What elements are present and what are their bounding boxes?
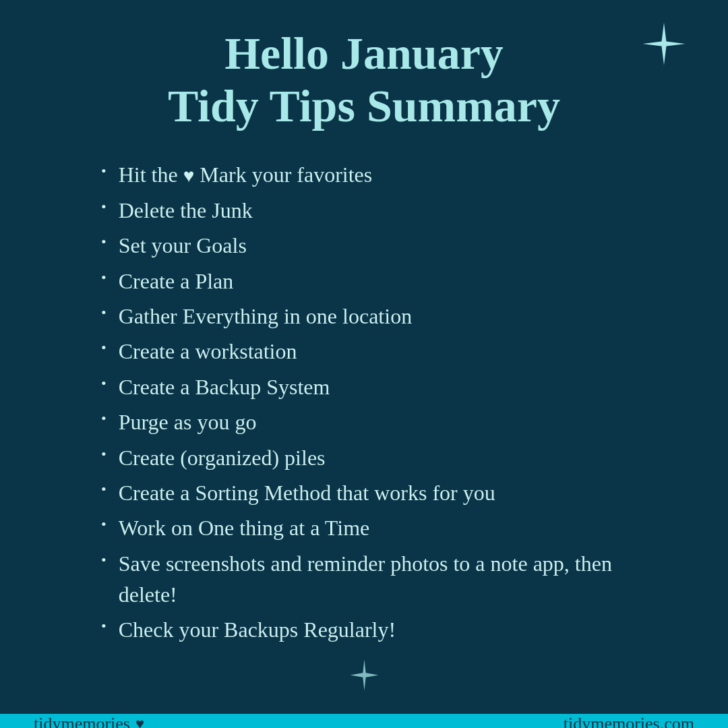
bullet-icon: •	[101, 302, 107, 324]
list-item: • Create a Sorting Method that works for…	[101, 477, 654, 508]
list-item: • Save screenshots and reminder photos t…	[101, 548, 654, 611]
footer-website: tidymemories.com	[564, 714, 694, 728]
footer-brand-name: tidymemories	[34, 714, 130, 728]
bullet-icon: •	[101, 549, 107, 571]
bullet-icon: •	[101, 444, 107, 465]
list-item: • Gather Everything in one location	[101, 301, 654, 332]
list-item: • Create a workstation	[101, 336, 654, 367]
bullet-icon: •	[101, 196, 107, 218]
bullet-icon: •	[101, 160, 107, 182]
tip-text: Create a Sorting Method that works for y…	[119, 477, 495, 508]
star-bottom-icon	[346, 657, 383, 694]
tip-text: Purge as you go	[119, 406, 257, 437]
footer-heart-icon: ♥	[135, 715, 144, 728]
tip-text: Work on One thing at a Time	[119, 512, 370, 543]
tip-text: Gather Everything in one location	[119, 301, 412, 332]
list-item: • Create a Plan	[101, 266, 654, 297]
list-item: • Create a Backup System	[101, 371, 654, 402]
bullet-icon: •	[101, 267, 107, 289]
tip-text: Check your Backups Regularly!	[119, 614, 396, 645]
tip-text: Hit the ♥ Mark your favorites	[119, 159, 373, 190]
list-item: • Purge as you go	[101, 406, 654, 437]
tip-text: Delete the Junk	[119, 195, 253, 226]
bullet-icon: •	[101, 373, 107, 394]
footer-left: tidymemories ♥	[34, 714, 144, 728]
list-item: • Create (organized) piles	[101, 442, 654, 473]
page-wrapper: Hello January Tidy Tips Summary • Hit th…	[0, 0, 728, 728]
bullet-icon: •	[101, 615, 107, 637]
star-top-right-icon	[640, 20, 688, 74]
tip-text: Create (organized) piles	[119, 442, 326, 473]
list-item: • Set your Goals	[101, 230, 654, 261]
bullet-icon: •	[101, 514, 107, 535]
tip-text: Set your Goals	[119, 230, 247, 261]
title-line1: Hello January	[168, 27, 560, 80]
footer: tidymemories ♥ tidymemories.com	[0, 714, 728, 728]
tips-list: • Hit the ♥ Mark your favorites • Delete…	[74, 159, 654, 649]
list-item: • Hit the ♥ Mark your favorites	[101, 159, 654, 190]
heart-icon: ♥	[183, 165, 195, 186]
title-line2: Tidy Tips Summary	[168, 80, 560, 132]
tip-text: Create a workstation	[119, 336, 297, 367]
bullet-icon: •	[101, 408, 107, 429]
tip-text: Create a Backup System	[119, 371, 330, 402]
tip-text: Create a Plan	[119, 266, 234, 297]
bullet-icon: •	[101, 479, 107, 500]
title-section: Hello January Tidy Tips Summary	[168, 27, 560, 132]
tip-text: Save screenshots and reminder photos to …	[119, 548, 654, 611]
list-item: • Work on One thing at a Time	[101, 512, 654, 543]
main-content: Hello January Tidy Tips Summary • Hit th…	[0, 0, 728, 714]
list-item: • Delete the Junk	[101, 195, 654, 226]
bullet-icon: •	[101, 337, 107, 359]
list-item: • Check your Backups Regularly!	[101, 614, 654, 645]
bullet-icon: •	[101, 231, 107, 253]
